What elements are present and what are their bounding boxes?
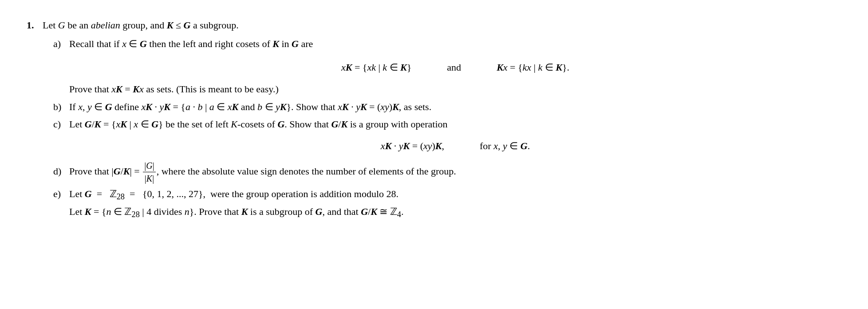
part-e-line2: Let K = {n ∈ ℤ28 | 4 divides n}. Prove t… bbox=[69, 204, 841, 222]
part-c-text1: Let G/K = {xK | x ∈ G} be the set of lef… bbox=[69, 119, 448, 130]
part-b-text: If x, y ∈ G define xK · yK = {a · b | a … bbox=[69, 101, 431, 112]
formula-and: and bbox=[447, 59, 461, 75]
part-a: a) Recall that if x ∈ G then the left an… bbox=[53, 36, 841, 97]
part-c-content: Let G/K = {xK | x ∈ G} be the set of lef… bbox=[69, 116, 841, 158]
part-d-label: d) bbox=[53, 164, 66, 178]
part-b: b) If x, y ∈ G define xK · yK = {a · b |… bbox=[53, 99, 841, 115]
part-a-text2: Prove that xK = Kx as sets. (This is mea… bbox=[69, 83, 279, 95]
part-b-label: b) bbox=[53, 99, 66, 114]
part-d-content: Prove that |G/K| = |G||K|, where the abs… bbox=[69, 160, 841, 184]
sub-items: a) Recall that if x ∈ G then the left an… bbox=[53, 36, 841, 222]
problem-header: 1. Let G be an abelian group, and K ≤ G … bbox=[27, 18, 841, 32]
part-c-label: c) bbox=[53, 117, 66, 131]
part-a-content: Recall that if x ∈ G then the left and r… bbox=[69, 36, 841, 97]
part-d-text: Prove that |G/K| = |G||K|, where the abs… bbox=[69, 166, 456, 177]
part-e-label: e) bbox=[53, 186, 66, 201]
part-e-content: Let G = ℤ28 = {0, 1, 2, ..., 27}, were t… bbox=[69, 186, 841, 221]
part-e: e) Let G = ℤ28 = {0, 1, 2, ..., 27}, wer… bbox=[53, 186, 841, 221]
part-a-formula: xK = {xk | k ∈ K} and Kx = {kx | k ∈ K}. bbox=[69, 59, 841, 75]
part-a-label: a) bbox=[53, 36, 66, 51]
part-c-formula: xK · yK = (xy)K, for x, y ∈ G. bbox=[69, 138, 841, 154]
formula-left: xK = {xk | k ∈ K} bbox=[341, 59, 411, 75]
part-a-text1: Recall that if x ∈ G then the left and r… bbox=[69, 38, 313, 49]
part-d: d) Prove that |G/K| = |G||K|, where the … bbox=[53, 160, 841, 184]
problem-container: 1. Let G be an abelian group, and K ≤ G … bbox=[27, 18, 841, 222]
part-b-content: If x, y ∈ G define xK · yK = {a · b | a … bbox=[69, 99, 841, 115]
formula-right: Kx = {kx | k ∈ K}. bbox=[497, 59, 569, 75]
part-c: c) Let G/K = {xK | x ∈ G} be the set of … bbox=[53, 116, 841, 158]
problem-number: 1. bbox=[27, 18, 39, 32]
problem-intro: Let G be an abelian group, and K ≤ G a s… bbox=[43, 18, 239, 32]
formula-c-left: xK · yK = (xy)K, bbox=[381, 138, 444, 154]
part-e-line1: Let G = ℤ28 = {0, 1, 2, ..., 27}, were t… bbox=[69, 186, 841, 204]
formula-c-right: for x, y ∈ G. bbox=[480, 138, 530, 154]
